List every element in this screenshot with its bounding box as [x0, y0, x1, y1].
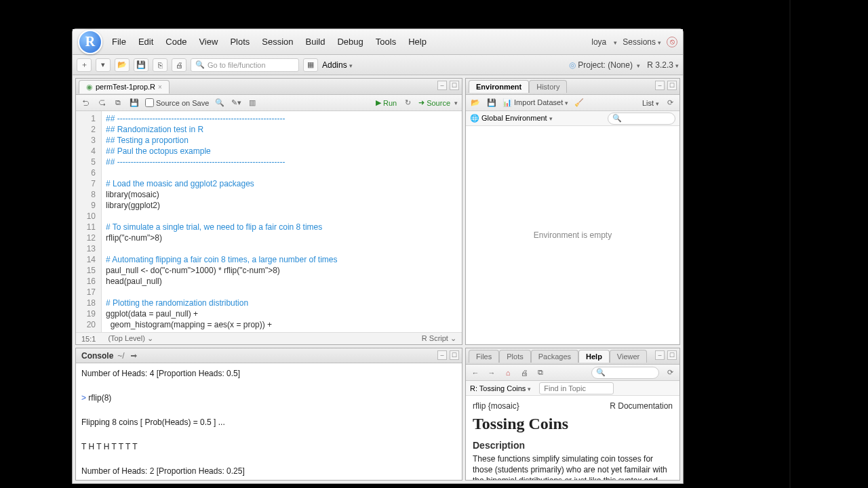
minimize-icon[interactable]: –	[655, 81, 665, 90]
minimize-icon[interactable]: –	[655, 350, 665, 360]
tab-plots[interactable]: Plots	[499, 350, 530, 363]
list-view-toggle[interactable]: List	[642, 99, 659, 107]
source-filename: permTest-1prop.R	[96, 83, 155, 91]
save-workspace-icon[interactable]: 💾	[486, 98, 497, 108]
menu-tools[interactable]: Tools	[376, 37, 396, 47]
print-button[interactable]: 🖨	[172, 58, 186, 72]
addins-menu[interactable]: Addins	[322, 60, 353, 70]
find-in-topic-input[interactable]	[539, 382, 614, 394]
minimize-icon[interactable]: –	[437, 350, 447, 360]
help-title: Tossing Coins	[473, 415, 673, 433]
grid-view-button[interactable]: ▦	[303, 58, 318, 72]
load-workspace-icon[interactable]: 📂	[470, 98, 481, 108]
tab-files[interactable]: Files	[469, 350, 499, 363]
minimize-icon[interactable]: –	[437, 81, 447, 90]
console-wd: ~/	[117, 351, 124, 361]
file-type-label[interactable]: R Script ⌄	[422, 334, 456, 343]
find-icon[interactable]: 🔍	[214, 98, 225, 108]
maximize-icon[interactable]: ☐	[667, 350, 677, 360]
source-pane: ◉ permTest-1prop.R × – ☐ ⮌ ⮎ ⧉ 💾 Source …	[75, 78, 462, 345]
menu-file[interactable]: File	[112, 37, 126, 47]
help-forward-icon[interactable]: →	[486, 367, 497, 378]
menu-session[interactable]: Session	[262, 37, 293, 47]
source-button[interactable]: ➜ Source	[418, 98, 458, 107]
r-version-menu[interactable]: R 3.2.3	[647, 60, 679, 70]
goto-file-input[interactable]: 🔍Go to file/function	[191, 58, 299, 72]
env-search-input[interactable]: 🔍	[608, 113, 675, 125]
menu-help[interactable]: Help	[408, 37, 427, 47]
console-title: Console	[81, 351, 113, 361]
goto-wd-icon[interactable]: ⮕	[129, 350, 140, 361]
close-session-icon[interactable]: ⦸	[667, 37, 677, 47]
maximize-icon[interactable]: ☐	[667, 81, 677, 90]
rscript-icon: ◉	[86, 83, 93, 92]
help-content[interactable]: rflip {mosaic} R Documentation Tossing C…	[466, 396, 679, 480]
back-icon[interactable]: ⮌	[80, 98, 91, 108]
save-icon[interactable]: 💾	[129, 98, 140, 108]
code-editor[interactable]: 123456789101112131415161718192021 ## ---…	[76, 111, 462, 332]
menu-code[interactable]: Code	[165, 37, 186, 47]
menu-build[interactable]: Build	[306, 37, 326, 47]
menubar: R File Edit Code View Plots Session Buil…	[73, 29, 683, 55]
rerun-icon[interactable]: ↻	[402, 98, 413, 108]
scope-label[interactable]: (Top Level) ⌄	[108, 334, 153, 343]
refresh-icon[interactable]: ⟳	[665, 98, 675, 108]
run-button[interactable]: ▶ Run	[376, 98, 397, 107]
main-toolbar: ＋ ▾ 📂 💾 ⎘ 🖨 🔍Go to file/function ▦ Addin…	[73, 55, 683, 75]
console-output[interactable]: Number of Heads: 4 [Proportion Heads: 0.…	[76, 363, 462, 480]
source-tab[interactable]: ◉ permTest-1prop.R ×	[79, 80, 170, 94]
source-on-save-checkbox[interactable]: Source on Save	[145, 98, 209, 107]
rstudio-window: R File Edit Code View Plots Session Buil…	[72, 28, 684, 484]
open-file-button[interactable]: 📂	[115, 58, 130, 72]
menu-view[interactable]: View	[199, 37, 218, 47]
refresh-icon[interactable]: ⟳	[665, 367, 675, 378]
help-popout-icon[interactable]: ⧉	[535, 367, 546, 378]
help-pkg-label: rflip {mosaic}	[473, 401, 519, 411]
help-home-icon[interactable]: ⌂	[502, 367, 513, 378]
help-doc-label: R Documentation	[610, 401, 673, 411]
help-pane: Files Plots Packages Help Viewer – ☐ ← →…	[465, 348, 680, 481]
menu-debug[interactable]: Debug	[337, 37, 363, 47]
env-empty-label: Environment is empty	[466, 126, 679, 344]
menu-edit[interactable]: Edit	[138, 37, 153, 47]
environment-pane: Environment History – ☐ 📂 💾 📊 Import Dat…	[465, 78, 680, 345]
console-pane: Console ~/ ⮕ – ☐ Number of Heads: 4 [Pro…	[75, 348, 462, 481]
scope-selector[interactable]: 🌐 Global Environment	[470, 114, 553, 123]
cursor-position: 15:1	[81, 335, 96, 343]
menu-plots[interactable]: Plots	[230, 37, 250, 47]
help-topic-dropdown[interactable]: R: Tossing Coins	[470, 384, 531, 392]
maximize-icon[interactable]: ☐	[450, 350, 459, 360]
forward-icon[interactable]: ⮎	[96, 98, 107, 108]
maximize-icon[interactable]: ☐	[450, 81, 459, 90]
help-print-icon[interactable]: 🖨	[519, 367, 530, 378]
main-menus: File Edit Code View Plots Session Build …	[112, 37, 427, 47]
help-desc-heading: Description	[473, 440, 673, 451]
tab-packages[interactable]: Packages	[531, 350, 578, 363]
user-label: loya	[591, 37, 606, 47]
import-dataset-button[interactable]: 📊 Import Dataset	[502, 98, 568, 107]
tab-help[interactable]: Help	[578, 350, 610, 363]
show-in-new-icon[interactable]: ⧉	[113, 98, 123, 108]
save-button[interactable]: 💾	[134, 58, 149, 72]
new-file-button[interactable]: ＋	[77, 58, 92, 72]
save-all-button[interactable]: ⎘	[153, 58, 167, 72]
new-project-button[interactable]: ▾	[96, 58, 111, 72]
user-dropdown-icon[interactable]	[612, 37, 617, 47]
help-desc-text: These functions simplify simulating coin…	[473, 453, 673, 480]
tab-history[interactable]: History	[529, 80, 567, 93]
project-menu[interactable]: ◎ Project: (None)	[569, 60, 640, 70]
rstudio-logo: R	[78, 30, 102, 54]
close-tab-icon[interactable]: ×	[158, 83, 162, 91]
compile-report-icon[interactable]: ▥	[247, 98, 258, 108]
help-search-input[interactable]: 🔍	[591, 367, 659, 379]
wand-icon[interactable]: ✎▾	[231, 98, 241, 108]
help-back-icon[interactable]: ←	[470, 367, 481, 378]
tab-environment[interactable]: Environment	[469, 80, 529, 93]
clear-workspace-icon[interactable]: 🧹	[574, 98, 585, 108]
sessions-menu[interactable]: Sessions	[623, 37, 661, 47]
tab-viewer[interactable]: Viewer	[610, 350, 647, 363]
